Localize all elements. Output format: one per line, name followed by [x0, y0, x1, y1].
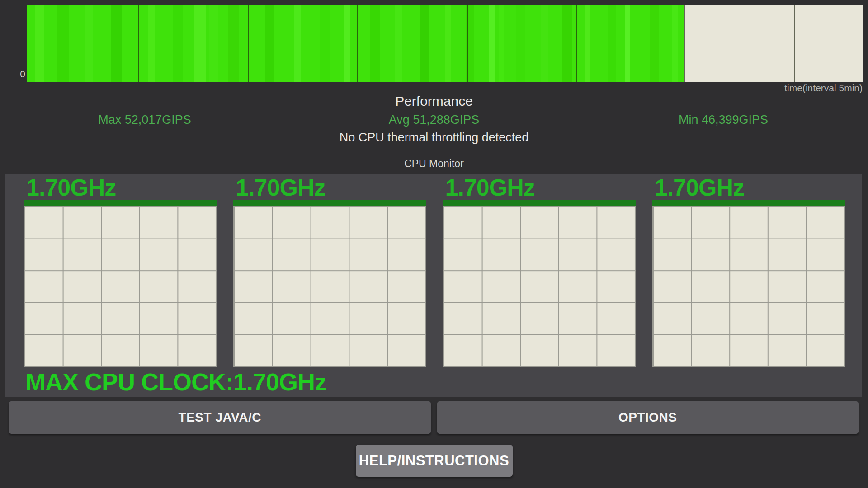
core-0-history-grid [24, 206, 217, 367]
performance-bar-stripe [209, 5, 218, 82]
performance-bar-stripe [516, 5, 525, 82]
help-instructions-button[interactable]: HELP/INSTRUCTIONS [356, 445, 513, 477]
performance-title: Performance [0, 94, 868, 109]
min-gips-value: Min 46,399GIPS [579, 113, 868, 127]
core-2-frequency: 1.70GHz [443, 176, 636, 199]
performance-bar-stripe [344, 5, 350, 82]
core-0-frequency: 1.70GHz [24, 176, 217, 199]
performance-bar-stripe [35, 5, 44, 82]
core-1-load-bar [233, 200, 426, 206]
time-interval-divider [794, 5, 795, 82]
performance-bar-stripe [562, 5, 572, 82]
core-0-load-bar [24, 200, 217, 206]
help-button-row: HELP/INSTRUCTIONS [0, 445, 868, 477]
performance-bar-stripe [625, 5, 630, 82]
action-buttons-row: TEST JAVA/C OPTIONS [9, 401, 859, 434]
cpu-monitor-panel: 1.70GHz 1.70GHz 1.70GHz 1.70GHz MAX CPU … [5, 174, 862, 397]
performance-bar-stripe [466, 5, 474, 82]
avg-gips-value: Avg 51,288GIPS [289, 113, 579, 127]
performance-bar-stripe [541, 5, 548, 82]
y-axis-zero-label: 0 [16, 69, 25, 80]
test-java-c-button[interactable]: TEST JAVA/C [9, 401, 431, 434]
performance-history-chart [27, 5, 863, 82]
performance-bar-stripe [420, 5, 429, 82]
performance-bar-stripe [85, 5, 93, 82]
performance-bar-stripe [608, 5, 616, 82]
time-interval-divider [248, 5, 249, 82]
max-cpu-clock-label: MAX CPU CLOCK:1.70GHz [25, 370, 845, 394]
cpu-core-0: 1.70GHz [24, 176, 217, 367]
core-1-history-grid [233, 206, 426, 367]
cpu-cores-row: 1.70GHz 1.70GHz 1.70GHz 1.70GHz [24, 176, 845, 367]
max-gips-value: Max 52,017GIPS [0, 113, 289, 127]
cpu-core-1: 1.70GHz [233, 176, 426, 367]
performance-bar-stripe [194, 5, 206, 82]
performance-bar-stripe [650, 5, 659, 82]
performance-bar-stripe [173, 5, 183, 82]
time-interval-divider [138, 5, 139, 82]
performance-bar-stripe [294, 5, 301, 82]
cpu-benchmark-app-screen: 0 time(interval 5min) Performance Max 52… [0, 0, 868, 488]
x-axis-time-label: time(interval 5min) [784, 83, 863, 94]
performance-bar-stripe [111, 5, 122, 82]
performance-bar-stripe [320, 5, 330, 82]
time-interval-divider [357, 5, 358, 82]
cpu-core-3: 1.70GHz [652, 176, 845, 367]
core-1-frequency: 1.70GHz [233, 176, 426, 199]
performance-bar-stripe [148, 5, 155, 82]
time-interval-divider [684, 5, 685, 82]
performance-bar-stripe [228, 5, 239, 82]
performance-bar-stripe [370, 5, 380, 82]
performance-bars-filled-region [27, 5, 684, 82]
core-3-history-grid [652, 206, 845, 367]
cpu-core-2: 1.70GHz [443, 176, 636, 367]
core-3-load-bar [652, 200, 845, 206]
performance-bar-stripe [265, 5, 274, 82]
performance-bar-stripe [585, 5, 590, 82]
core-2-history-grid [443, 206, 636, 367]
thermal-throttling-status: No CPU thermal throttling detected [0, 131, 868, 145]
performance-bar-stripe [395, 5, 402, 82]
core-3-frequency: 1.70GHz [652, 176, 845, 199]
performance-bar-stripe [499, 5, 504, 82]
time-interval-divider [467, 5, 468, 82]
performance-stats-row: Max 52,017GIPS Avg 51,288GIPS Min 46,399… [0, 113, 868, 127]
performance-bar-stripe [445, 5, 451, 82]
performance-bar-stripe [489, 5, 495, 82]
core-2-load-bar [443, 200, 636, 206]
performance-bar-stripe [672, 5, 678, 82]
performance-bar-stripe [57, 5, 69, 82]
cpu-monitor-title: CPU Monitor [0, 158, 868, 170]
options-button[interactable]: OPTIONS [437, 401, 859, 434]
time-interval-divider [576, 5, 577, 82]
